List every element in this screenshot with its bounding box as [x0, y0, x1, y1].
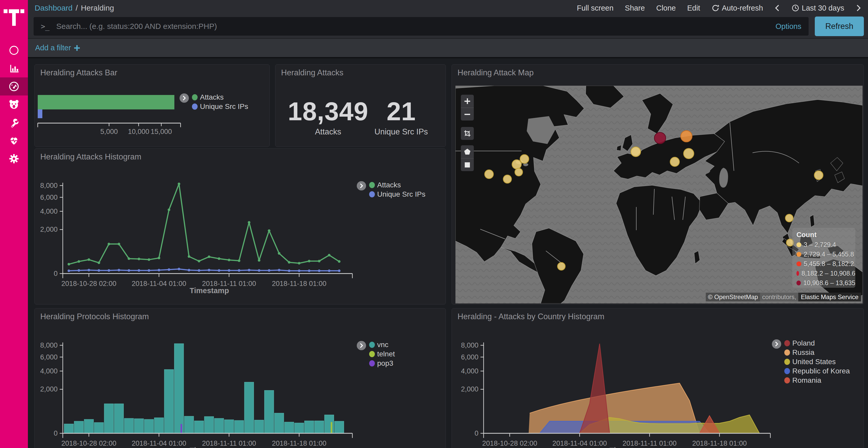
- svg-text:4,000: 4,000: [40, 207, 58, 215]
- sidebar-item-tools[interactable]: [0, 113, 28, 132]
- t-mobile-logo[interactable]: [0, 0, 28, 31]
- panel-protocols-histogram: Heralding Protocols Histogram 02,0004,00…: [34, 308, 446, 448]
- compass-icon: [8, 45, 20, 56]
- sidebar-item-management[interactable]: [0, 150, 28, 168]
- legend[interactable]: AttacksUnique Src IPs: [369, 182, 426, 200]
- sidebar-item-visualize[interactable]: [0, 59, 28, 77]
- search-input[interactable]: [56, 22, 770, 31]
- svg-text:2018-11-18 01:00: 2018-11-18 01:00: [692, 440, 747, 447]
- add-filter-button[interactable]: Add a filter: [35, 44, 80, 52]
- legend-item[interactable]: Unique Src IPs: [192, 103, 248, 110]
- elastic-maps-attribution[interactable]: Elastic Maps Service: [798, 292, 861, 302]
- legend-item[interactable]: Poland: [784, 340, 850, 347]
- full-screen-button[interactable]: Full screen: [577, 4, 614, 12]
- legend-dot-icon: [369, 351, 375, 357]
- clone-button[interactable]: Clone: [656, 4, 676, 12]
- panel-title: Heralding Attacks Histogram: [40, 152, 141, 162]
- map-legend-item: 8,182.2 – 10,908.6: [797, 270, 855, 277]
- svg-text:2018-10-28 02:00: 2018-10-28 02:00: [482, 440, 537, 447]
- legend-dot-icon: [797, 262, 801, 266]
- time-back-button[interactable]: [774, 4, 780, 12]
- gear-icon: [8, 153, 20, 164]
- svg-text:0: 0: [54, 270, 58, 277]
- svg-text:6,000: 6,000: [40, 194, 58, 201]
- legend-dot-icon: [192, 94, 197, 100]
- legend-dot-icon: [797, 252, 801, 257]
- legend-item[interactable]: Republic of Korea: [784, 368, 850, 374]
- polygon-draw-icon[interactable]: [461, 145, 474, 158]
- panel-title: Heralding Attacks Bar: [40, 68, 117, 77]
- legend-item[interactable]: vnc: [369, 341, 395, 348]
- legend[interactable]: PolandRussiaUnited StatesRepublic of Kor…: [784, 340, 850, 386]
- sidebar-item-monitoring[interactable]: [0, 132, 28, 150]
- attack-circle-brazil: [557, 263, 565, 270]
- osm-attribution[interactable]: © OpenStreetMap: [706, 292, 760, 302]
- legend-item[interactable]: Attacks: [192, 94, 248, 101]
- legend[interactable]: vnctelnetpop3: [369, 341, 395, 369]
- time-forward-button[interactable]: [856, 4, 861, 12]
- search-bar: >_ Options: [34, 17, 809, 36]
- legend-label: pop3: [377, 359, 393, 368]
- chevron-right-icon: [856, 4, 861, 12]
- breadcrumb-dashboard-link[interactable]: Dashboard: [35, 4, 72, 12]
- svg-text:2,000: 2,000: [461, 385, 478, 393]
- map-attribution: © OpenStreetMap contributors, Elastic Ma…: [706, 292, 861, 302]
- time-range-picker[interactable]: Last 30 days: [792, 4, 844, 12]
- svg-text:2018-10-28 02:00: 2018-10-28 02:00: [61, 280, 116, 287]
- attacks-histogram-chart[interactable]: 02,0004,0006,0008,0002018-10-28 02:00201…: [35, 149, 445, 304]
- metric-unique-src-ips: 21 Unique Src IPs: [347, 97, 456, 137]
- legend-label: Romania: [792, 376, 821, 384]
- protocols-histogram-chart[interactable]: 02,0004,0006,0008,0002018-10-28 02:00201…: [35, 308, 445, 448]
- filter-bar: Add a filter: [28, 38, 868, 58]
- svg-text:2018-11-04 01:00: 2018-11-04 01:00: [132, 280, 186, 287]
- rectangle-draw-icon[interactable]: [461, 158, 474, 171]
- legend-dot-icon: [797, 242, 801, 247]
- sidebar-item-dashboard[interactable]: [0, 77, 28, 96]
- legend-range-label: 8,182.2 – 10,908.6: [801, 270, 855, 277]
- svg-text:4,000: 4,000: [40, 367, 58, 375]
- svg-text:4,000: 4,000: [461, 367, 478, 375]
- legend-item[interactable]: United States: [784, 358, 850, 365]
- crop-icon[interactable]: [461, 127, 474, 140]
- auto-refresh-button[interactable]: Auto-refresh: [711, 4, 763, 12]
- draw-controls: [461, 145, 474, 171]
- world-map[interactable]: Count 3 – 2,729.42,729.4 – 5,455.85,455.…: [456, 86, 863, 304]
- zoom-in-button[interactable]: [461, 95, 474, 108]
- svg-text:6,000: 6,000: [40, 353, 58, 361]
- legend-item[interactable]: Russia: [784, 349, 850, 356]
- options-link[interactable]: Options: [776, 22, 801, 31]
- legend-item[interactable]: Unique Src IPs: [369, 191, 426, 198]
- legend-toggle-icon[interactable]: [180, 94, 189, 103]
- attack-circle-ukraine: [684, 148, 694, 159]
- legend-item[interactable]: Romania: [784, 377, 850, 384]
- share-button[interactable]: Share: [625, 4, 645, 12]
- legend-toggle-icon[interactable]: [357, 181, 366, 191]
- legend-item[interactable]: pop3: [369, 360, 395, 367]
- sidebar-item-tpot[interactable]: [0, 96, 28, 113]
- sidebar-item-discover[interactable]: [0, 41, 28, 59]
- legend-toggle-icon[interactable]: [772, 339, 781, 349]
- svg-text:2,000: 2,000: [40, 385, 58, 393]
- legend-dot-icon: [784, 340, 790, 346]
- zoom-out-button[interactable]: [461, 108, 474, 120]
- breadcrumb: Dashboard / Heralding: [35, 4, 114, 12]
- edit-button[interactable]: Edit: [687, 4, 700, 12]
- metric-label: Unique Src IPs: [347, 127, 456, 137]
- attack-circle-poland: [654, 132, 666, 144]
- legend-range-label: 10,908.6 – 13,635: [803, 279, 855, 287]
- legend-dot-icon: [369, 360, 375, 367]
- panel-attacks-bar: Heralding Attacks Bar 5,00010,00015,000 …: [34, 64, 270, 147]
- svg-text:8,000: 8,000: [40, 341, 58, 349]
- svg-text:6,000: 6,000: [461, 353, 478, 361]
- legend-dot-icon: [192, 103, 197, 110]
- legend-dot-icon: [784, 377, 790, 383]
- legend-title: Count: [797, 231, 855, 239]
- legend[interactable]: AttacksUnique Src IPs: [192, 94, 248, 112]
- legend-toggle-icon[interactable]: [357, 341, 366, 350]
- legend-item[interactable]: telnet: [369, 351, 395, 357]
- legend-dot-icon: [784, 359, 790, 365]
- legend-item[interactable]: Attacks: [369, 182, 426, 188]
- refresh-button[interactable]: Refresh: [815, 16, 864, 36]
- refresh-icon: [711, 4, 719, 12]
- panel-title: Heralding - Attacks by Country Histogram: [458, 312, 604, 321]
